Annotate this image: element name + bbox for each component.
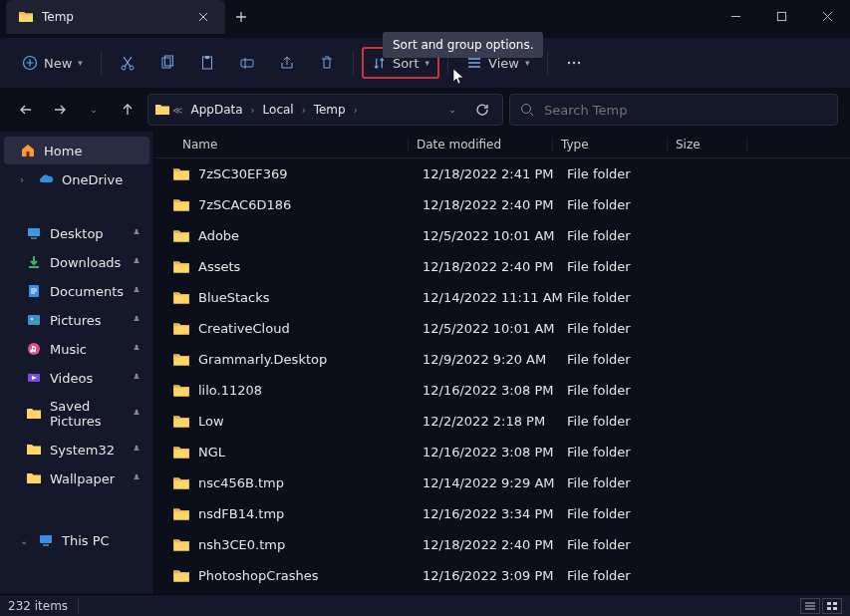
tab-temp[interactable]: Temp xyxy=(6,0,225,34)
sidebar-item-wallpaper[interactable]: Wallpaper xyxy=(4,464,149,492)
table-row[interactable]: NGL12/16/2022 3:08 PMFile folder xyxy=(154,437,850,467)
sidebar-thispc[interactable]: ⌄ This PC xyxy=(4,526,149,554)
file-date: 12/18/2022 2:40 PM xyxy=(423,197,567,212)
delete-button[interactable] xyxy=(309,46,345,80)
file-date: 12/18/2022 2:41 PM xyxy=(423,166,567,181)
folder-icon xyxy=(172,567,190,585)
table-row[interactable]: nsc456B.tmp12/14/2022 9:29 AMFile folder xyxy=(154,467,850,498)
recent-locations-button[interactable]: ⌄ xyxy=(80,96,108,124)
folder-icon xyxy=(172,382,190,400)
table-row[interactable]: 7zSC30EF36912/18/2022 2:41 PMFile folder xyxy=(154,158,850,189)
file-name: nsdFB14.tmp xyxy=(198,506,423,521)
table-row[interactable]: Low12/2/2022 2:18 PMFile folder xyxy=(154,406,850,437)
column-name[interactable]: Name xyxy=(154,138,409,152)
table-row[interactable]: Assets12/18/2022 2:40 PMFile folder xyxy=(154,251,850,282)
table-row[interactable]: Adobe12/5/2022 10:01 AMFile folder xyxy=(154,220,850,251)
svg-point-10 xyxy=(573,62,575,64)
file-date: 12/16/2022 3:34 PM xyxy=(423,506,567,521)
close-icon[interactable] xyxy=(195,9,211,25)
chevron-right-icon: › xyxy=(354,105,358,116)
folder-icon xyxy=(172,444,190,462)
search-input[interactable] xyxy=(544,103,827,118)
forward-button[interactable] xyxy=(46,96,74,124)
folder-icon xyxy=(172,320,190,338)
pc-icon xyxy=(38,532,54,548)
icons-view-toggle[interactable] xyxy=(822,598,842,614)
refresh-button[interactable] xyxy=(468,96,496,124)
sidebar-item-desktop[interactable]: Desktop xyxy=(4,219,149,247)
sidebar-item-saved-pictures[interactable]: Saved Pictures xyxy=(4,393,149,435)
back-button[interactable] xyxy=(12,96,40,124)
file-name: NGL xyxy=(198,445,423,460)
sidebar-home[interactable]: Home xyxy=(4,137,149,164)
table-row[interactable]: nsh3CE0.tmp12/18/2022 2:40 PMFile folder xyxy=(154,529,850,560)
file-type: File folder xyxy=(567,166,682,181)
file-date: 12/9/2022 9:20 AM xyxy=(423,352,567,367)
file-date: 12/14/2022 11:11 AM xyxy=(423,290,567,305)
table-row[interactable]: PhotoshopCrashes12/16/2022 3:09 PMFile f… xyxy=(154,560,850,591)
folder-icon xyxy=(154,102,170,118)
sidebar-onedrive[interactable]: › OneDrive xyxy=(4,165,149,193)
statusbar: 232 items xyxy=(0,594,850,616)
share-button[interactable] xyxy=(269,46,305,80)
address-dropdown-button[interactable]: ⌄ xyxy=(438,96,466,124)
navbar: ⌄ ≪ AppData › Local › Temp › ⌄ xyxy=(0,88,850,132)
pin-icon xyxy=(132,315,142,325)
cut-button[interactable] xyxy=(110,46,145,80)
folder-icon xyxy=(172,165,190,183)
breadcrumb-temp[interactable]: Temp xyxy=(308,99,352,121)
address-bar[interactable]: ≪ AppData › Local › Temp › ⌄ xyxy=(147,94,503,126)
sidebar-item-videos[interactable]: Videos xyxy=(4,364,149,392)
table-row[interactable]: nsdFB14.tmp12/16/2022 3:34 PMFile folder xyxy=(154,498,850,529)
sidebar-item-pictures[interactable]: Pictures xyxy=(4,306,149,334)
file-name: nsh3CE0.tmp xyxy=(198,537,423,552)
folder-icon xyxy=(172,474,190,492)
close-window-button[interactable] xyxy=(804,0,850,32)
sidebar-item-label: Wallpaper xyxy=(50,471,115,486)
sidebar-label: OneDrive xyxy=(62,172,123,187)
file-name: BlueStacks xyxy=(198,290,423,305)
sidebar-item-music[interactable]: Music xyxy=(4,335,149,363)
folder-icon xyxy=(172,196,190,214)
new-button[interactable]: New ▾ xyxy=(12,46,93,80)
sidebar-item-documents[interactable]: Documents xyxy=(4,277,149,305)
more-button[interactable] xyxy=(556,46,592,80)
column-date[interactable]: Date modified xyxy=(409,138,553,152)
new-tab-button[interactable] xyxy=(225,0,257,34)
minimize-button[interactable] xyxy=(712,0,758,32)
table-row[interactable]: CreativeCloud12/5/2022 10:01 AMFile fold… xyxy=(154,313,850,344)
copy-button[interactable] xyxy=(149,46,185,80)
rename-button[interactable] xyxy=(229,46,265,80)
file-type: File folder xyxy=(567,506,682,521)
folder-icon xyxy=(26,406,42,422)
search-box[interactable] xyxy=(509,94,838,126)
table-row[interactable]: BlueStacks12/14/2022 11:11 AMFile folder xyxy=(154,282,850,313)
table-row[interactable]: lilo.1120812/16/2022 3:08 PMFile folder xyxy=(154,375,850,406)
svg-rect-8 xyxy=(241,60,253,67)
breadcrumb-appdata[interactable]: AppData xyxy=(184,99,248,121)
column-headers: Name Date modified Type Size xyxy=(154,132,850,158)
sidebar-label: Home xyxy=(44,144,82,158)
maximize-button[interactable] xyxy=(758,0,804,32)
pin-icon xyxy=(132,409,142,419)
pin-icon xyxy=(132,257,142,267)
table-row[interactable]: 7zSCAC6D18612/18/2022 2:40 PMFile folder xyxy=(154,189,850,220)
folder-icon xyxy=(18,9,34,25)
svg-rect-15 xyxy=(31,237,37,239)
column-type[interactable]: Type xyxy=(553,138,668,152)
sidebar-item-system32[interactable]: System32 xyxy=(4,436,149,463)
video-icon xyxy=(26,370,42,386)
details-view-toggle[interactable] xyxy=(800,598,820,614)
search-icon xyxy=(520,103,534,117)
pin-icon xyxy=(132,228,142,238)
column-size[interactable]: Size xyxy=(668,138,747,152)
file-name: 7zSCAC6D186 xyxy=(198,197,423,212)
breadcrumb-local[interactable]: Local xyxy=(257,99,300,121)
file-type: File folder xyxy=(567,259,682,274)
up-button[interactable] xyxy=(114,96,142,124)
table-row[interactable]: Grammarly.Desktop12/9/2022 9:20 AMFile f… xyxy=(154,344,850,375)
file-date: 12/18/2022 2:40 PM xyxy=(423,259,567,274)
file-type: File folder xyxy=(567,228,682,243)
paste-button[interactable] xyxy=(189,46,225,80)
sidebar-item-downloads[interactable]: Downloads xyxy=(4,248,149,276)
